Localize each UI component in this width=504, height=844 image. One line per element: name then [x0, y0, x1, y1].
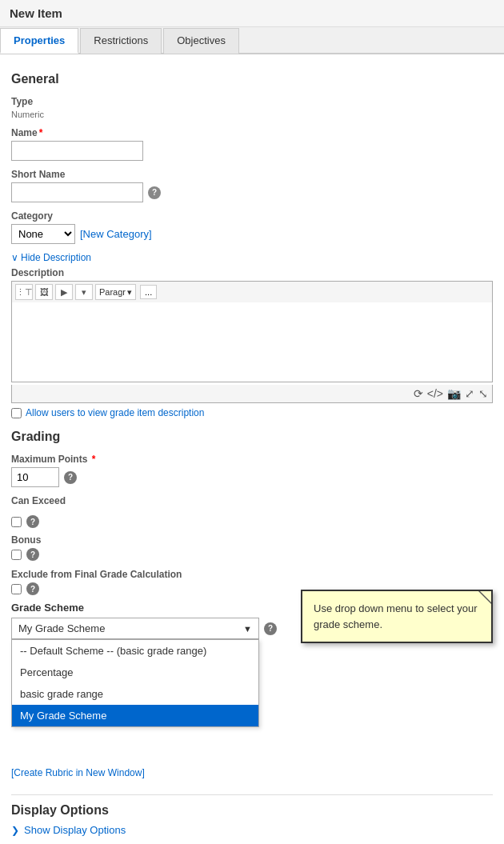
name-label: Name* [11, 127, 493, 138]
grade-scheme-container: Grade Scheme My Grade Scheme ▼ -- Defaul… [11, 602, 493, 639]
category-row: None [New Category] [11, 224, 493, 244]
dropdown-item-default[interactable]: -- Default Scheme -- (basic grade range) [12, 640, 258, 662]
max-points-label: Maximum Points * [11, 454, 493, 465]
bonus-checkbox[interactable] [11, 550, 22, 560]
max-points-field: Maximum Points * ? [11, 454, 493, 487]
chevron-down-icon: ∨ [11, 252, 18, 263]
short-name-help-icon[interactable]: ? [148, 186, 161, 199]
toolbar-paragraph-dropdown[interactable]: Paragr ▾ [95, 284, 136, 300]
chevron-icon: ▾ [127, 287, 132, 298]
can-exceed-checkbox-row: ? [11, 515, 493, 528]
show-display-options-chevron-icon: ❯ [11, 825, 19, 836]
toolbar-more-button[interactable]: ... [140, 285, 157, 299]
allow-view-checkbox[interactable] [11, 408, 22, 418]
bonus-checkbox-row: ? [11, 548, 493, 561]
general-heading: General [11, 72, 493, 90]
type-label: Type [11, 96, 493, 107]
new-category-link[interactable]: [New Category] [80, 228, 152, 240]
dropdown-item-percentage[interactable]: Percentage [12, 662, 258, 683]
toolbar-code-icon[interactable]: </> [427, 387, 443, 400]
grading-heading: Grading [11, 430, 493, 447]
toolbar-refresh-icon[interactable]: ⟳ [414, 387, 423, 400]
page-title: New Item [0, 0, 504, 27]
grade-scheme-arrow-icon: ▼ [243, 624, 252, 634]
tab-restrictions[interactable]: Restrictions [80, 28, 162, 54]
can-exceed-label: Can Exceed [11, 495, 66, 506]
can-exceed-help-icon[interactable]: ? [26, 515, 39, 528]
description-toolbar-bottom: ⟳ </> 📷 ⤢ ⤡ [11, 385, 493, 403]
hide-description-link[interactable]: ∨ Hide Description [11, 252, 493, 263]
category-select[interactable]: None [11, 224, 75, 244]
description-textarea[interactable] [11, 302, 493, 382]
tab-objectives[interactable]: Objectives [163, 28, 239, 54]
description-field: Description ⋮⊤ 🖼 ▶ ▾ Paragr ▾ ... ⟳ </> … [11, 267, 493, 418]
exclude-help-icon[interactable]: ? [26, 582, 39, 595]
grade-scheme-wrapper: My Grade Scheme ▼ -- Default Scheme -- (… [11, 618, 259, 639]
toolbar-fullscreen-icon[interactable]: ⤢ [465, 387, 474, 400]
toolbar-photo-icon[interactable]: 📷 [447, 387, 461, 400]
category-field: Category None [New Category] [11, 210, 493, 244]
rubric-link[interactable]: [Create Rubric in New Window] [11, 767, 145, 778]
can-exceed-checkbox[interactable] [11, 517, 22, 527]
toolbar-media-icon[interactable]: ▶ [55, 284, 73, 300]
grade-scheme-dropdown: -- Default Scheme -- (basic grade range)… [11, 639, 259, 727]
toolbar-resize-icon[interactable]: ⤡ [478, 387, 488, 400]
allow-view-row: Allow users to view grade item descripti… [11, 407, 493, 418]
hide-description-row: ∨ Hide Description [11, 252, 493, 263]
grade-scheme-select[interactable]: My Grade Scheme ▼ [11, 618, 259, 639]
bonus-help-icon[interactable]: ? [26, 548, 39, 561]
grade-scheme-help-icon[interactable]: ? [264, 622, 277, 635]
max-points-row: ? [11, 467, 493, 487]
dropdown-item-basic[interactable]: basic grade range [12, 683, 258, 705]
type-field: Type Numeric [11, 96, 493, 119]
max-points-required: * [92, 454, 96, 465]
show-display-options-toggle[interactable]: ❯ Show Display Options [11, 824, 493, 836]
display-options-heading: Display Options [11, 803, 493, 818]
max-points-help-icon[interactable]: ? [64, 471, 77, 484]
tabs-bar: Properties Restrictions Objectives [0, 27, 504, 54]
general-section: General Type Numeric Name* Short Name ? [11, 72, 493, 418]
bonus-label: Bonus [11, 534, 493, 546]
dropdown-item-my-grade[interactable]: My Grade Scheme [12, 705, 258, 726]
short-name-input[interactable] [11, 182, 143, 202]
grading-section: Grading Maximum Points * ? Can Exceed ? … [11, 430, 493, 778]
type-value: Numeric [11, 110, 493, 119]
description-toolbar: ⋮⊤ 🖼 ▶ ▾ Paragr ▾ ... [11, 281, 493, 302]
short-name-field: Short Name ? [11, 169, 493, 202]
name-field: Name* [11, 127, 493, 161]
toolbar-media-dropdown-icon[interactable]: ▾ [75, 284, 93, 300]
allow-view-label[interactable]: Allow users to view grade item descripti… [26, 407, 204, 418]
exclude-label: Exclude from Final Grade Calculation [11, 569, 493, 580]
toolbar-image-icon[interactable]: 🖼 [35, 284, 53, 300]
tab-properties[interactable]: Properties [0, 28, 78, 54]
max-points-input[interactable] [11, 467, 59, 487]
name-input[interactable] [11, 141, 143, 161]
name-required: * [39, 127, 43, 138]
category-label: Category [11, 210, 493, 222]
rubric-link-row: [Create Rubric in New Window] [11, 763, 493, 778]
description-label: Description [11, 267, 493, 278]
toolbar-table-icon[interactable]: ⋮⊤ [15, 284, 33, 300]
exclude-checkbox[interactable] [11, 584, 22, 594]
display-options-section: Display Options ❯ Show Display Options [11, 794, 493, 836]
grade-scheme-tooltip: Use drop down menu to select your grade … [301, 590, 493, 643]
can-exceed-row: Can Exceed [11, 495, 493, 509]
short-name-label: Short Name [11, 169, 493, 180]
